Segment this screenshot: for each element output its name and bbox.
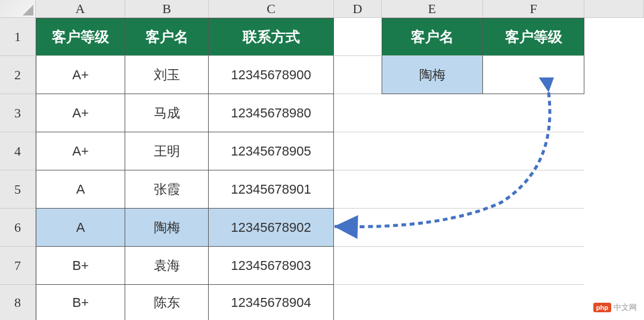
cell-E4[interactable]	[382, 132, 483, 170]
cell-E6[interactable]	[382, 209, 483, 247]
spreadsheet-grid: A B C D E F 1 客户等级 客户名 联系方式 客户名 客户等级 2 A…	[0, 0, 644, 320]
cell-C7[interactable]: 12345678903	[209, 247, 334, 285]
row-header-4[interactable]: 4	[0, 132, 36, 170]
cell-extra-6[interactable]	[584, 209, 644, 247]
cell-E8[interactable]	[382, 285, 483, 320]
cell-extra-5[interactable]	[584, 170, 644, 209]
cell-extra-2[interactable]	[584, 56, 644, 94]
row-header-1[interactable]: 1	[0, 18, 36, 56]
cell-F6[interactable]	[483, 209, 584, 247]
cell-B4[interactable]: 王明	[125, 132, 209, 170]
cell-A2[interactable]: A+	[36, 56, 125, 94]
row-header-8[interactable]: 8	[0, 285, 36, 320]
row-header-2[interactable]: 2	[0, 56, 36, 94]
watermark: php 中文网	[593, 302, 637, 313]
cell-F2-lookup-result[interactable]	[483, 56, 584, 94]
cell-D6[interactable]	[334, 209, 382, 247]
cell-D2[interactable]	[334, 56, 382, 94]
cell-C5[interactable]: 12345678901	[209, 170, 334, 209]
cell-C2[interactable]: 12345678900	[209, 56, 334, 94]
cell-B5[interactable]: 张霞	[125, 170, 209, 209]
cell-A7[interactable]: B+	[36, 247, 125, 285]
cell-C3[interactable]: 12345678980	[209, 94, 334, 132]
cell-B7[interactable]: 袁海	[125, 247, 209, 285]
col-header-E[interactable]: E	[382, 0, 483, 18]
cell-A5[interactable]: A	[36, 170, 125, 209]
cell-A8[interactable]: B+	[36, 285, 125, 320]
col-header-C[interactable]: C	[209, 0, 334, 18]
cell-D3[interactable]	[334, 94, 382, 132]
cell-D4[interactable]	[334, 132, 382, 170]
cell-E7[interactable]	[382, 247, 483, 285]
cell-E5[interactable]	[382, 170, 483, 209]
cell-B8[interactable]: 陈东	[125, 285, 209, 320]
watermark-text: 中文网	[614, 302, 637, 313]
cell-C6[interactable]: 12345678902	[209, 209, 334, 247]
cell-F8[interactable]	[483, 285, 584, 320]
cell-D1[interactable]	[334, 18, 382, 56]
cell-B3[interactable]: 马成	[125, 94, 209, 132]
row-header-3[interactable]: 3	[0, 94, 36, 132]
cell-D7[interactable]	[334, 247, 382, 285]
cell-C4[interactable]: 12345678905	[209, 132, 334, 170]
cell-D5[interactable]	[334, 170, 382, 209]
header-customer-grade[interactable]: 客户等级	[36, 18, 125, 56]
row-header-6[interactable]: 6	[0, 209, 36, 247]
cell-extra-7[interactable]	[584, 247, 644, 285]
cell-F5[interactable]	[483, 170, 584, 209]
cell-A6[interactable]: A	[36, 209, 125, 247]
cell-F4[interactable]	[483, 132, 584, 170]
cell-C8[interactable]: 12345678904	[209, 285, 334, 320]
cell-B6[interactable]: 陶梅	[125, 209, 209, 247]
cell-D8[interactable]	[334, 285, 382, 320]
col-header-D[interactable]: D	[334, 0, 382, 18]
cell-E2-lookup-name[interactable]: 陶梅	[382, 56, 483, 94]
cell-B2[interactable]: 刘玉	[125, 56, 209, 94]
watermark-badge: php	[593, 303, 611, 312]
col-header-extra[interactable]	[584, 0, 644, 18]
cell-E3[interactable]	[382, 94, 483, 132]
header2-customer-name[interactable]: 客户名	[382, 18, 483, 56]
cell-F3[interactable]	[483, 94, 584, 132]
cell-extra-3[interactable]	[584, 94, 644, 132]
cell-A4[interactable]: A+	[36, 132, 125, 170]
col-header-B[interactable]: B	[125, 0, 209, 18]
header2-customer-grade[interactable]: 客户等级	[483, 18, 584, 56]
cell-F7[interactable]	[483, 247, 584, 285]
cell-A3[interactable]: A+	[36, 94, 125, 132]
cell-extra-1[interactable]	[584, 18, 644, 56]
select-all-corner[interactable]	[0, 0, 36, 18]
row-header-7[interactable]: 7	[0, 247, 36, 285]
cell-extra-4[interactable]	[584, 132, 644, 170]
col-header-A[interactable]: A	[36, 0, 125, 18]
header-customer-name[interactable]: 客户名	[125, 18, 209, 56]
row-header-5[interactable]: 5	[0, 170, 36, 209]
header-contact[interactable]: 联系方式	[209, 18, 334, 56]
col-header-F[interactable]: F	[483, 0, 584, 18]
